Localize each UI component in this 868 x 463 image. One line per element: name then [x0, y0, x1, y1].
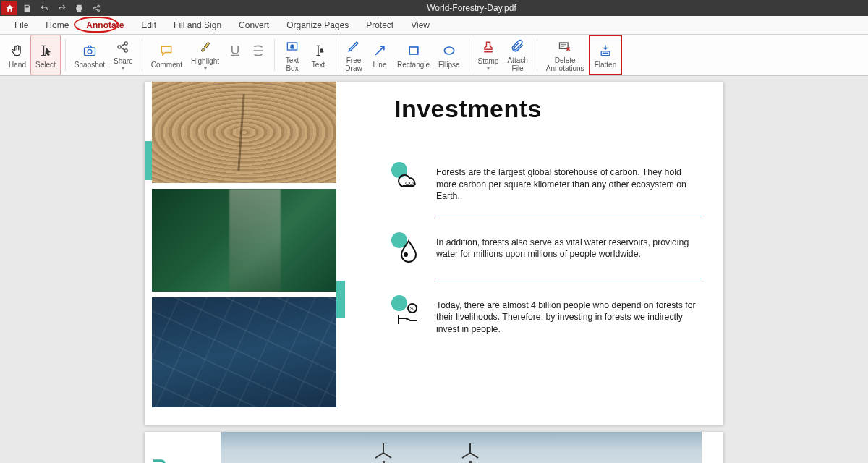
svg-point-0 [93, 7, 95, 9]
flatten-label: Flatten [595, 61, 617, 69]
redo-icon[interactable] [54, 1, 69, 15]
text-label: Text [312, 61, 325, 69]
hand-tool[interactable]: Hand [4, 35, 30, 75]
home-icon[interactable] [1, 1, 17, 15]
accent-bar [336, 281, 345, 318]
highlight-tool[interactable]: Highlight ▾ [187, 35, 224, 75]
hand-coin-icon: $ [394, 300, 423, 328]
select-tool[interactable]: Select [30, 35, 61, 75]
share-tool[interactable]: Share ▾ [109, 35, 137, 75]
pencil-icon [346, 38, 361, 55]
menu-file[interactable]: File [6, 17, 37, 33]
snapshot-label: Snapshot [75, 61, 105, 69]
svg-text:CO₂: CO₂ [405, 180, 416, 187]
comment-icon [159, 42, 174, 59]
document-viewport[interactable]: Investments CO₂ Forests are the largest … [0, 76, 868, 463]
ribbon-toolbar: Hand Select Snapshot Share ▾ Comment Hig… [0, 35, 868, 76]
pdf-page-2: SU [145, 432, 723, 463]
attach-label: Attach File [507, 56, 527, 72]
svg-point-4 [88, 49, 92, 54]
line-tool[interactable]: Line [367, 35, 393, 75]
ellipse-label: Ellipse [438, 61, 459, 69]
dropdown-caret-icon: ▾ [122, 65, 124, 72]
menu-view[interactable]: View [402, 17, 438, 33]
delete-annot-icon [558, 38, 572, 55]
comment-tool[interactable]: Comment [147, 35, 187, 75]
svg-point-16 [404, 253, 407, 256]
divider [435, 279, 702, 279]
info-text: Forests are the largest global storehous… [436, 166, 702, 203]
info-text: In addition, forests also serve as vital… [436, 237, 702, 266]
highlighter-icon [198, 38, 213, 56]
strikethrough-icon [251, 42, 265, 59]
text-tool[interactable]: a Text [305, 35, 331, 75]
image-wind-turbines [221, 432, 702, 463]
svg-text:a: a [291, 43, 294, 50]
stamp-icon [481, 38, 495, 56]
textbox-icon: a [285, 38, 299, 55]
share-icon[interactable] [88, 1, 104, 15]
document-title: World-Forestry-Day.pdf [427, 3, 545, 13]
svg-text:a: a [320, 46, 324, 53]
info-block-water: In addition, forests also serve as vital… [394, 237, 702, 266]
pdf-page-1: Investments CO₂ Forests are the largest … [145, 82, 723, 425]
menu-protect[interactable]: Protect [357, 17, 402, 33]
undo-icon[interactable] [36, 1, 52, 15]
underline-icon [228, 42, 242, 59]
menu-fill-sign[interactable]: Fill and Sign [165, 17, 230, 33]
camera-icon [82, 42, 97, 59]
arrow-icon [373, 42, 387, 59]
svg-point-1 [98, 5, 99, 7]
strikethrough-tool[interactable] [247, 35, 270, 75]
accent-bar [145, 141, 152, 180]
menu-bar: File Home Annotate Edit Fill and Sign Co… [0, 16, 868, 35]
snapshot-tool[interactable]: Snapshot [70, 35, 109, 75]
svg-rect-11 [409, 47, 418, 54]
stamp-label: Stamp [478, 57, 499, 65]
delete-annotations-tool[interactable]: Delete Annotations [542, 35, 589, 75]
image-forest-aerial [152, 189, 336, 292]
menu-annotate[interactable]: Annotate [77, 17, 132, 33]
ellipse-icon [442, 42, 456, 59]
page2-side-heading: SU [150, 457, 170, 463]
hand-label: Hand [9, 61, 26, 69]
share-label: Share [114, 57, 133, 65]
svg-rect-3 [84, 47, 95, 55]
textbox-tool[interactable]: a Text Box [279, 35, 305, 75]
water-drop-icon [394, 237, 423, 266]
flatten-tool[interactable]: Flatten [589, 35, 623, 75]
flatten-icon [598, 42, 613, 59]
comment-label: Comment [151, 61, 182, 69]
save-icon[interactable] [19, 1, 35, 15]
print-icon[interactable] [71, 1, 87, 15]
info-block-carbon: CO₂ Forests are the largest global store… [394, 166, 702, 203]
page-headline: Investments [394, 95, 702, 123]
menu-edit[interactable]: Edit [132, 17, 165, 33]
svg-point-12 [444, 47, 454, 54]
highlight-label: Highlight [191, 57, 219, 65]
stamp-tool[interactable]: Stamp ▾ [474, 35, 503, 75]
select-icon [38, 42, 53, 59]
rectangle-tool[interactable]: Rectangle [393, 35, 434, 75]
info-block-people: $ Today, there are almost 4 billion peop… [394, 300, 702, 336]
menu-convert[interactable]: Convert [230, 17, 278, 33]
svg-text:$: $ [410, 305, 414, 312]
menu-annotate-label: Annotate [86, 20, 124, 30]
freedraw-tool[interactable]: Free Draw [341, 35, 367, 75]
hand-icon [10, 42, 25, 59]
info-text: Today, there are almost 4 billion people… [436, 300, 702, 336]
dropdown-caret-icon: ▾ [487, 65, 490, 72]
image-wood-rings [152, 82, 336, 183]
ellipse-tool[interactable]: Ellipse [434, 35, 464, 75]
attach-file-tool[interactable]: Attach File [503, 35, 532, 75]
divider [435, 216, 702, 216]
menu-organize-pages[interactable]: Organize Pages [278, 17, 357, 33]
textbox-label: Text Box [286, 56, 299, 72]
text-cursor-icon: a [311, 42, 326, 59]
menu-home[interactable]: Home [37, 17, 77, 33]
paperclip-icon [511, 38, 525, 55]
underline-tool[interactable] [224, 35, 247, 75]
rectangle-icon [407, 42, 421, 59]
svg-point-2 [98, 9, 99, 11]
share-ribbon-icon [116, 38, 130, 56]
